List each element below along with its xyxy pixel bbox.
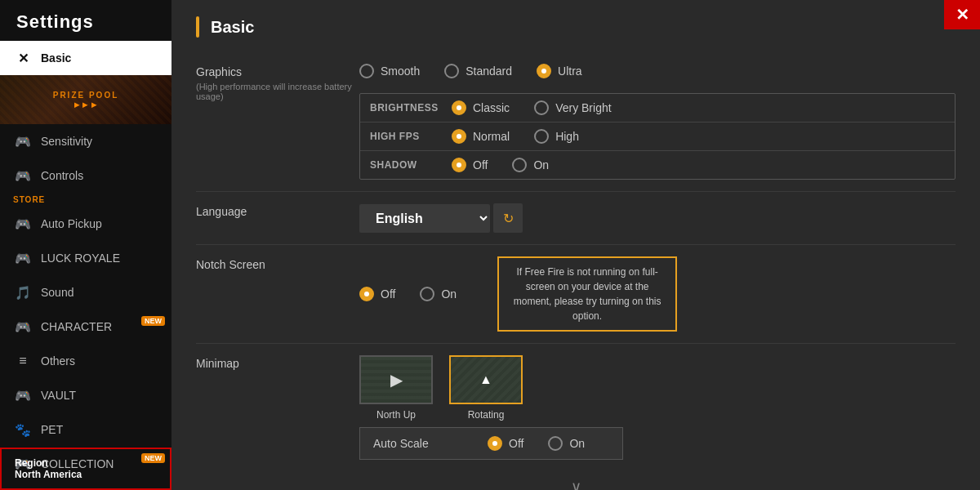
high-fps-row: HIGH FPS Normal High [360, 122, 955, 151]
brightness-very-bright-radio[interactable] [534, 100, 549, 115]
shadow-on-radio[interactable] [512, 158, 527, 172]
fps-normal-radio[interactable] [452, 129, 466, 144]
autoscale-on[interactable]: On [548, 436, 585, 451]
language-label: Language [196, 203, 359, 218]
scroll-down-button[interactable]: ∨ [196, 471, 956, 490]
notch-on[interactable]: On [420, 287, 457, 301]
fps-high[interactable]: High [534, 129, 579, 144]
autoscale-on-radio[interactable] [548, 436, 563, 451]
brightness-row: BRIGHTNESS Classic Very Bright [360, 94, 955, 122]
minimap-rotating[interactable]: ▲ Rotating [449, 355, 523, 421]
sidebar-item-auto-pickup[interactable]: 🎮 Auto Pickup [0, 207, 172, 241]
sidebar-title: Settings [0, 0, 172, 41]
sensitivity-icon: 🎮 [13, 131, 33, 151]
sidebar-item-others[interactable]: ≡ Others [0, 344, 172, 378]
minimap-north-up-label: North Up [376, 409, 416, 421]
sidebar-region: Region North America [0, 448, 172, 490]
luck-royale-icon: 🎮 [13, 248, 33, 268]
section-title: Basic [196, 16, 956, 38]
high-fps-options: Normal High [452, 129, 604, 144]
region-label: Region [15, 457, 157, 469]
close-button[interactable]: ✕ [944, 0, 980, 29]
play-icon-north: ▶ [390, 370, 403, 390]
graphics-row: Graphics (High performance will increase… [196, 52, 956, 192]
vault-icon: 🎮 [13, 385, 33, 405]
banner-text: PRIZE POOL [53, 91, 119, 100]
sidebar-banner: PRIZE POOL ▶ ▶ ▶ [0, 75, 172, 124]
minimap-label: Minimap [196, 355, 359, 370]
shadow-options: Off On [452, 158, 573, 172]
banner-overlay: PRIZE POOL ▶ ▶ ▶ [0, 75, 172, 124]
sidebar-item-vault[interactable]: 🎮 VAULT [0, 378, 172, 412]
shadow-key: SHADOW [370, 159, 452, 171]
shadow-on[interactable]: On [512, 158, 549, 172]
language-controls: English ↻ [359, 203, 956, 233]
language-row: Language English ↻ [196, 192, 956, 245]
language-select[interactable]: English [359, 204, 490, 233]
notch-screen-row: Notch Screen Off On If Free Fire is not … [196, 245, 956, 344]
minimap-options: ▶ North Up ▲ Rotating [359, 355, 523, 421]
autoscale-off-radio[interactable] [488, 436, 502, 451]
notch-tooltip: If Free Fire is not running on full-scre… [497, 256, 677, 332]
graphics-top-options: Smooth Standard Ultra [359, 64, 607, 78]
autoscale-off[interactable]: Off [488, 436, 523, 451]
controls-icon: 🎮 [13, 166, 33, 185]
brightness-classic-radio[interactable] [452, 100, 466, 115]
notch-off-radio[interactable] [359, 287, 374, 301]
fps-high-radio[interactable] [534, 129, 549, 144]
minimap-rotating-label: Rotating [468, 409, 505, 421]
sidebar-item-sound[interactable]: 🎵 Sound [0, 275, 172, 310]
sidebar-item-basic[interactable]: ✕ Basic [0, 41, 172, 75]
brightness-classic[interactable]: Classic [452, 100, 510, 115]
auto-pickup-icon: 🎮 [13, 214, 33, 234]
sidebar-item-luck-royale[interactable]: 🎮 LUCK ROYALE [0, 241, 172, 275]
brightness-very-bright[interactable]: Very Bright [534, 100, 611, 115]
notch-screen-label: Notch Screen [196, 256, 359, 271]
language-refresh-button[interactable]: ↻ [493, 203, 523, 233]
graphics-controls: Smooth Standard Ultra BRIGHTNESS [359, 64, 956, 180]
minimap-north-up-thumb[interactable]: ▶ [359, 355, 433, 404]
sound-icon: 🎵 [13, 283, 33, 302]
character-new-badge: NEW [141, 316, 165, 326]
banner-sub: ▶ ▶ ▶ [74, 101, 96, 109]
graphics-ultra-radio[interactable] [537, 64, 551, 78]
graphics-smooth[interactable]: Smooth [359, 64, 420, 78]
fps-normal[interactable]: Normal [452, 129, 510, 144]
graphics-standard-radio[interactable] [444, 64, 459, 78]
graphics-table: BRIGHTNESS Classic Very Bright [359, 93, 956, 180]
minimap-rotating-thumb[interactable]: ▲ [449, 355, 523, 404]
graphics-smooth-radio[interactable] [359, 64, 374, 78]
minimap-north-up[interactable]: ▶ North Up [359, 355, 433, 421]
graphics-standard[interactable]: Standard [444, 64, 512, 78]
store-label: STORE [0, 193, 172, 207]
graphics-ultra[interactable]: Ultra [537, 64, 582, 78]
minimap-controls: ▶ North Up ▲ Rotating Auto Scale [359, 355, 956, 460]
arrow-icon-rotating: ▲ [479, 372, 492, 387]
shadow-row: SHADOW Off On [360, 151, 955, 179]
sidebar-item-pet[interactable]: 🐾 PET [0, 412, 172, 447]
brightness-key: BRIGHTNESS [370, 102, 452, 114]
high-fps-key: HIGH FPS [370, 131, 452, 142]
region-value: North America [15, 469, 157, 480]
auto-scale-label: Auto Scale [373, 437, 488, 450]
sidebar-item-character[interactable]: 🎮 CHARACTER NEW [0, 310, 172, 344]
sidebar-item-controls[interactable]: 🎮 Controls [0, 158, 172, 193]
basic-icon: ✕ [13, 48, 33, 68]
shadow-off[interactable]: Off [452, 158, 488, 172]
brightness-options: Classic Very Bright [452, 100, 636, 115]
notch-off[interactable]: Off [359, 287, 395, 301]
others-icon: ≡ [13, 351, 33, 371]
section-title-bar [196, 16, 199, 38]
main-content: ✕ Basic Graphics (High performance will … [172, 0, 980, 490]
character-icon: 🎮 [13, 317, 33, 336]
minimap-row: Minimap ▶ North Up ▲ Rotating [196, 344, 956, 471]
auto-scale-row: Auto Scale Off On [359, 427, 623, 460]
pet-icon: 🐾 [13, 420, 33, 439]
notch-screen-controls: Off On If Free Fire is not running on fu… [359, 256, 956, 332]
sidebar: Settings ✕ Basic PRIZE POOL ▶ ▶ ▶ 🎮 Sens… [0, 0, 172, 490]
graphics-label: Graphics (High performance will increase… [196, 64, 359, 101]
notch-on-radio[interactable] [420, 287, 434, 301]
sidebar-item-sensitivity[interactable]: 🎮 Sensitivity [0, 124, 172, 158]
shadow-off-radio[interactable] [452, 158, 466, 172]
